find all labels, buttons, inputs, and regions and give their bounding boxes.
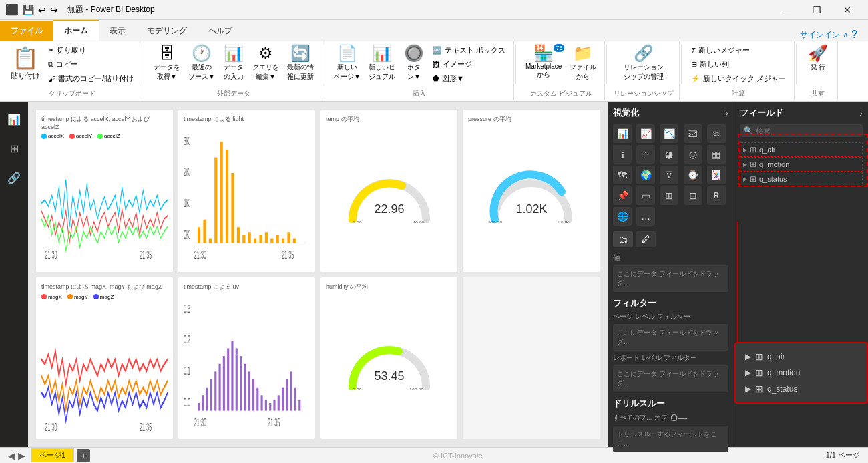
new-column-button[interactable]: ⊞ 新しい列 bbox=[688, 58, 789, 71]
viz-gauge-icon[interactable]: ⌚ bbox=[684, 166, 702, 184]
report-filter-drop[interactable]: ここにデータ フィールドをドラッグ... bbox=[613, 365, 728, 392]
data-view-icon[interactable]: ⊞ bbox=[2, 136, 26, 160]
uv-chart[interactable]: timestamp による uv 0.3 0.2 0.1 0.0 bbox=[178, 277, 315, 440]
refresh-button[interactable]: 🔄 最新の情報に更新 bbox=[284, 44, 316, 83]
q-status-expand[interactable]: ▶ bbox=[743, 176, 747, 182]
svg-text:0.3: 0.3 bbox=[184, 303, 190, 315]
fields-search-input[interactable] bbox=[756, 127, 859, 135]
maximize-button[interactable]: ❐ bbox=[801, 0, 832, 20]
enter-data-button[interactable]: 📊 データの入力 bbox=[220, 44, 247, 83]
viz-ribbon-icon[interactable]: ≋ bbox=[707, 124, 726, 143]
report-view-icon[interactable]: 📊 bbox=[2, 107, 26, 131]
viz-filled-map-icon[interactable]: 🌍 bbox=[636, 166, 655, 184]
page-filter-drop[interactable]: ここにデータ フィールドをドラッグ... bbox=[613, 324, 728, 351]
new-quick-measure-button[interactable]: ⚡ 新しいクイック メジャー bbox=[688, 72, 789, 85]
field-item-q-status[interactable]: ▶ ⊞ q_status bbox=[740, 172, 863, 186]
from-file-button[interactable]: 📁 ファイルから bbox=[567, 44, 599, 83]
get-data-button[interactable]: 🗄 データを取得▼ bbox=[151, 44, 183, 83]
tab-file[interactable]: ファイル bbox=[0, 21, 53, 41]
viz-more-icon[interactable]: … bbox=[636, 207, 655, 226]
popup-field-q-air[interactable]: ▶ ⊞ q_air bbox=[741, 349, 861, 365]
popup-q-status-expand[interactable]: ▶ bbox=[745, 384, 751, 394]
drillthrough-drop[interactable]: ドリルスルーするフィールドをここ... bbox=[613, 426, 728, 452]
shapes-icon: ⬟ bbox=[433, 74, 439, 83]
popup-field-q-status[interactable]: ▶ ⊞ q_status bbox=[741, 381, 861, 397]
tab-view[interactable]: 表示 bbox=[99, 21, 136, 41]
viz-table-icon[interactable]: ⊞ bbox=[660, 186, 678, 205]
viz-waterfall-icon[interactable]: ⫶ bbox=[613, 145, 632, 164]
publish-button[interactable]: 🚀 発 行 bbox=[805, 44, 831, 73]
viz-slicer-icon[interactable]: ▭ bbox=[636, 186, 655, 205]
recent-sources-button[interactable]: 🕐 最近のソース▼ bbox=[186, 44, 218, 83]
textbox-button[interactable]: 🔤 テキスト ボックス bbox=[430, 44, 508, 57]
paste-button[interactable]: 📋 貼り付け bbox=[8, 44, 43, 82]
pressure-gauge-chart[interactable]: pressure の平均 1.02K 900.20 1.04K bbox=[463, 110, 600, 272]
field-item-q-motion[interactable]: ▶ ⊞ q_motion bbox=[740, 157, 863, 172]
new-page-button[interactable]: 📄 新しいページ▼ bbox=[331, 44, 363, 83]
temp-gauge-chart[interactable]: temp の平均 22.96 0.00 40.00 bbox=[320, 110, 457, 272]
close-button[interactable]: ✕ bbox=[832, 0, 863, 20]
accel-chart-title: timestamp による accelX, accelY および accelZ bbox=[41, 115, 168, 130]
svg-text:0.2: 0.2 bbox=[184, 334, 190, 346]
viz-panel-expand[interactable]: › bbox=[725, 108, 728, 118]
viz-tab-fields[interactable]: 🗂 bbox=[613, 231, 633, 247]
format-copy-button[interactable]: 🖌 書式のコピー/貼り付け bbox=[45, 72, 136, 85]
quick-access-undo[interactable]: ↩ bbox=[38, 5, 46, 15]
fields-search-box[interactable]: 🔍 bbox=[740, 124, 863, 137]
page-tab-1[interactable]: ページ1 bbox=[31, 448, 74, 462]
accel-chart[interactable]: timestamp による accelX, accelY および accelZ … bbox=[36, 110, 173, 272]
viz-line-icon[interactable]: 📉 bbox=[660, 124, 678, 143]
viz-card-icon[interactable]: 🃏 bbox=[707, 166, 726, 184]
new-measure-button[interactable]: Σ 新しいメジャー bbox=[688, 44, 789, 57]
button-button[interactable]: 🔘 ボタン▼ bbox=[401, 44, 427, 83]
minimize-button[interactable]: — bbox=[771, 0, 801, 20]
viz-python-icon[interactable]: 🌐 bbox=[613, 207, 632, 226]
prev-page-icon[interactable]: ◀ bbox=[8, 450, 15, 461]
q-air-expand[interactable]: ▶ bbox=[743, 147, 747, 153]
viz-pie-icon[interactable]: ◕ bbox=[660, 145, 678, 164]
viz-scatter-icon[interactable]: ⁘ bbox=[636, 145, 655, 164]
viz-tab-format[interactable]: 🖊 bbox=[636, 231, 656, 247]
viz-matrix-icon[interactable]: ⊟ bbox=[684, 186, 702, 205]
drillthrough-toggle[interactable]: O— bbox=[670, 412, 687, 423]
tab-home[interactable]: ホーム bbox=[53, 20, 99, 41]
tab-modeling[interactable]: モデリング bbox=[136, 21, 198, 41]
viz-funnel-icon[interactable]: ⊽ bbox=[660, 166, 678, 184]
cut-button[interactable]: ✂ 切り取り bbox=[45, 44, 136, 57]
q-motion-expand[interactable]: ▶ bbox=[743, 162, 747, 168]
viz-drop-zone[interactable]: ここにデータ フィールドをドラッグ... bbox=[613, 265, 728, 292]
image-button[interactable]: 🖼 イメージ bbox=[430, 58, 508, 71]
field-item-q-air[interactable]: ▶ ⊞ q_air bbox=[740, 142, 863, 157]
new-visual-button[interactable]: 📊 新しいビジュアル bbox=[366, 44, 398, 83]
quick-access-save[interactable]: 💾 bbox=[23, 5, 34, 15]
popup-q-motion-expand[interactable]: ▶ bbox=[745, 368, 751, 377]
recent-sources-icon: 🕐 bbox=[192, 45, 212, 61]
marketplace-button[interactable]: 🏪 Marketplaceから 75 bbox=[523, 44, 564, 81]
quick-access-redo[interactable]: ↪ bbox=[50, 5, 58, 15]
viz-bar-icon[interactable]: 📊 bbox=[613, 124, 632, 143]
viz-column-icon[interactable]: 📈 bbox=[636, 124, 655, 143]
viz-kpi-icon[interactable]: 📌 bbox=[613, 186, 632, 205]
add-page-button[interactable]: + bbox=[77, 449, 90, 462]
popup-q-air-label: q_air bbox=[767, 352, 785, 361]
viz-donut-icon[interactable]: ◎ bbox=[684, 145, 702, 164]
viz-area-icon[interactable]: 🗠 bbox=[684, 124, 702, 143]
edit-queries-button[interactable]: ⚙ クエリを編集▼ bbox=[250, 44, 282, 83]
popup-q-air-expand[interactable]: ▶ bbox=[745, 352, 751, 361]
signin-button[interactable]: サインイン ∧ ? bbox=[789, 29, 868, 41]
copy-button[interactable]: ⧉ コピー bbox=[45, 58, 136, 71]
model-view-icon[interactable]: 🔗 bbox=[2, 166, 26, 190]
next-page-icon[interactable]: ▶ bbox=[18, 450, 25, 461]
humidity-gauge-chart[interactable]: humidity の平均 53.45 0.00 100.00 bbox=[320, 277, 457, 440]
viz-r-icon[interactable]: R bbox=[707, 186, 726, 205]
powerbi-logo: ⬛ bbox=[5, 3, 19, 16]
viz-map-icon[interactable]: 🗺 bbox=[613, 166, 632, 184]
popup-field-q-motion[interactable]: ▶ ⊞ q_motion bbox=[741, 365, 861, 381]
tab-help[interactable]: ヘルプ bbox=[198, 21, 243, 41]
shapes-button[interactable]: ⬟ 図形▼ bbox=[430, 72, 508, 85]
fields-panel-expand[interactable]: › bbox=[859, 108, 863, 118]
manage-relationships-button[interactable]: 🔗 リレーションシップの管理 bbox=[621, 44, 666, 83]
light-chart[interactable]: timestamp による light 3K 2K 1K 0K bbox=[178, 110, 315, 272]
mag-chart[interactable]: timestamp による magX, magY および magZ magX m… bbox=[36, 277, 173, 440]
viz-treemap-icon[interactable]: ▦ bbox=[707, 145, 726, 164]
